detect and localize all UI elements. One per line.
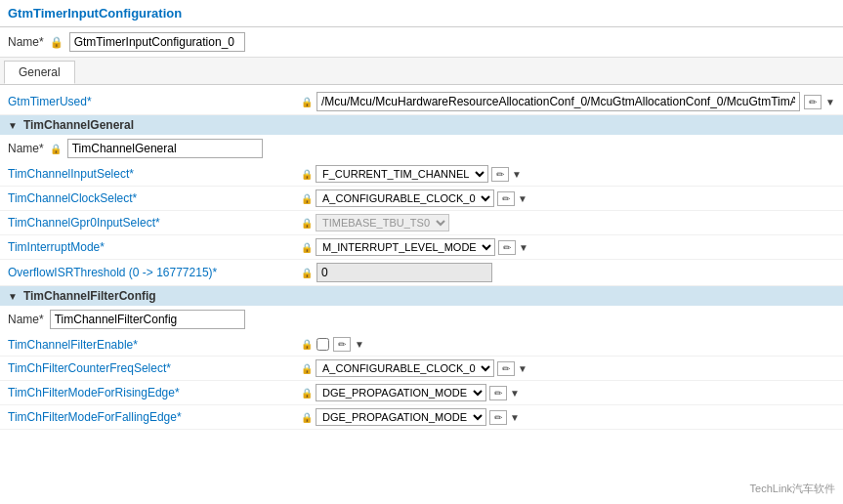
- field-row-timchannelinputselect: TimChannelInputSelect* 🔒 F_CURRENT_TIM_C…: [0, 162, 843, 187]
- select-timchannelinputselect[interactable]: F_CURRENT_TIM_CHANNEL: [316, 165, 488, 183]
- select-timchfiltermodeforfallingedge[interactable]: DGE_PROPAGATION_MODE: [316, 408, 486, 426]
- page-title: GtmTimerInputConfiguration: [8, 6, 182, 21]
- dropdown-timchannelinputselect[interactable]: ▼: [512, 169, 522, 180]
- section-header-timchannelfilterconfig[interactable]: ▼ TimChannelFilterConfig: [0, 286, 843, 306]
- section-arrow-timchannelgeneral: ▼: [8, 120, 18, 131]
- field-row-timchannelfilterenable: TimChannelFilterEnable* 🔒 ✏ ▼: [0, 333, 843, 357]
- lock-icon-5: 🔒: [301, 193, 313, 204]
- dropdown-timinterruptmode[interactable]: ▼: [519, 242, 528, 253]
- field-value-timchfiltercounterfreqselect: 🔒 A_CONFIGURABLE_CLOCK_0 ✏ ▼: [301, 359, 835, 377]
- field-label-timchannelgpr0inputselect: TimChannelGpr0InputSelect*: [8, 216, 301, 230]
- dropdown-timchannelclockselect[interactable]: ▼: [518, 193, 527, 204]
- lock-icon-7: 🔒: [301, 242, 313, 253]
- checkbox-timchannelfilterenable[interactable]: [316, 338, 329, 351]
- content-area: GtmTimerUsed* 🔒 ✏ ▼ ▼ TimChannelGeneral …: [0, 85, 843, 434]
- section-name-input-timchannelgeneral[interactable]: [67, 139, 263, 158]
- lock-icon: 🔒: [50, 36, 63, 49]
- gtm-timer-used-row: GtmTimerUsed* 🔒 ✏ ▼: [0, 89, 843, 115]
- lock-icon-4: 🔒: [301, 169, 313, 180]
- field-row-timchfiltercounterfreqselect: TimChFilterCounterFreqSelect* 🔒 A_CONFIG…: [0, 357, 843, 381]
- lock-icon-10: 🔒: [301, 363, 313, 374]
- field-row-timchfiltermodeforrisingedge: TimChFilterModeForRisingEdge* 🔒 DGE_PROP…: [0, 381, 843, 405]
- select-timchfiltermodeforrisingedge[interactable]: DGE_PROPAGATION_MODE: [316, 384, 486, 401]
- field-value-timchannelfilterenable: 🔒 ✏ ▼: [301, 337, 835, 352]
- select-timchannelgpr0inputselect[interactable]: TIMEBASE_TBU_TS0: [316, 214, 449, 231]
- lock-icon-2: 🔒: [301, 97, 313, 107]
- field-value-timchannelgpr0inputselect: 🔒 TIMEBASE_TBU_TS0: [301, 214, 835, 231]
- edit-timchannelinputselect[interactable]: ✏: [491, 167, 509, 182]
- gtm-timer-used-value: 🔒 ✏ ▼: [301, 92, 835, 111]
- edit-timinterruptmode[interactable]: ✏: [498, 240, 516, 255]
- dropdown-timchfiltermodeforrisingedge[interactable]: ▼: [510, 388, 520, 399]
- field-value-timchfiltermodeforrisingedge: 🔒 DGE_PROPAGATION_MODE ✏ ▼: [301, 384, 835, 401]
- field-label-timchannelinputselect: TimChannelInputSelect*: [8, 167, 301, 181]
- field-value-timinterruptmode: 🔒 M_INTERRUPT_LEVEL_MODE ✏ ▼: [301, 238, 835, 256]
- gtm-timer-used-input[interactable]: [316, 92, 800, 111]
- dropdown-timchfiltermodeforfallingedge[interactable]: ▼: [510, 412, 520, 423]
- field-row-timinterruptmode: TimInterruptMode* 🔒 M_INTERRUPT_LEVEL_MO…: [0, 235, 843, 260]
- edit-timchannelfilterenable[interactable]: ✏: [333, 337, 351, 352]
- field-value-overflowisrthreshold: 🔒: [301, 263, 835, 282]
- top-name-label: Name*: [8, 35, 44, 49]
- field-value-timchannelinputselect: 🔒 F_CURRENT_TIM_CHANNEL ✏ ▼: [301, 165, 835, 183]
- select-timchannelclockselect[interactable]: A_CONFIGURABLE_CLOCK_0: [316, 189, 494, 207]
- edit-timchfiltermodeforrisingedge[interactable]: ✏: [489, 386, 507, 400]
- edit-timchfiltermodeforfallingedge[interactable]: ✏: [489, 410, 507, 425]
- field-label-timchfiltermodeforrisingedge: TimChFilterModeForRisingEdge*: [8, 386, 301, 399]
- section-name-row-timchannelgeneral: Name* 🔒: [0, 135, 843, 162]
- select-timchfiltercounterfreqselect[interactable]: A_CONFIGURABLE_CLOCK_0: [316, 359, 494, 377]
- field-label-timinterruptmode: TimInterruptMode*: [8, 240, 301, 254]
- field-row-overflowisrthreshold: OverflowISRThreshold (0 -> 16777215)* 🔒: [0, 260, 843, 286]
- field-row-timchfiltermodeforfallingedge: TimChFilterModeForFallingEdge* 🔒 DGE_PRO…: [0, 405, 843, 430]
- lock-icon-9: 🔒: [301, 339, 313, 350]
- edit-timchfiltercounterfreqselect[interactable]: ✏: [497, 361, 515, 376]
- section-title-timchannelfilterconfig: TimChannelFilterConfig: [23, 289, 156, 303]
- select-timinterruptmode[interactable]: M_INTERRUPT_LEVEL_MODE: [316, 238, 495, 256]
- lock-icon-3: 🔒: [50, 144, 62, 154]
- lock-icon-8: 🔒: [301, 268, 313, 278]
- page-title-bar: GtmTimerInputConfiguration: [0, 0, 843, 27]
- gtm-timer-used-dropdown[interactable]: ▼: [825, 97, 835, 107]
- input-overflowisrthreshold[interactable]: [316, 263, 492, 282]
- field-row-timchannelgpr0inputselect: TimChannelGpr0InputSelect* 🔒 TIMEBASE_TB…: [0, 211, 843, 235]
- field-label-timchannelfilterenable: TimChannelFilterEnable*: [8, 338, 301, 352]
- tab-general[interactable]: General: [4, 61, 75, 84]
- gtm-timer-used-label: GtmTimerUsed*: [8, 95, 301, 108]
- edit-timchannelclockselect[interactable]: ✏: [497, 191, 515, 206]
- dropdown-timchfiltercounterfreqselect[interactable]: ▼: [518, 363, 527, 374]
- section-name-label-timchannelgeneral: Name*: [8, 142, 44, 155]
- section-title-timchannelgeneral: TimChannelGeneral: [23, 118, 134, 132]
- section-arrow-timchannelfilterconfig: ▼: [8, 291, 18, 302]
- section-name-row-timchannelfilterconfig: Name*: [0, 306, 843, 333]
- field-label-timchfiltermodeforfallingedge: TimChFilterModeForFallingEdge*: [8, 410, 301, 424]
- lock-icon-11: 🔒: [301, 388, 313, 399]
- gtm-timer-used-edit-btn[interactable]: ✏: [804, 95, 822, 109]
- field-label-timchfiltercounterfreqselect: TimChFilterCounterFreqSelect*: [8, 361, 301, 375]
- field-value-timchfiltermodeforfallingedge: 🔒 DGE_PROPAGATION_MODE ✏ ▼: [301, 408, 835, 426]
- dropdown-timchannelfilterenable[interactable]: ▼: [355, 339, 364, 350]
- field-label-timchannelclockselect: TimChannelClockSelect*: [8, 191, 301, 205]
- field-value-timchannelclockselect: 🔒 A_CONFIGURABLE_CLOCK_0 ✏ ▼: [301, 189, 835, 207]
- top-name-row: Name* 🔒: [0, 27, 843, 58]
- lock-icon-6: 🔒: [301, 218, 313, 229]
- field-row-timchannelclockselect: TimChannelClockSelect* 🔒 A_CONFIGURABLE_…: [0, 187, 843, 211]
- top-name-input[interactable]: [69, 32, 245, 52]
- section-name-label-timchannelfilterconfig: Name*: [8, 313, 44, 326]
- section-name-input-timchannelfilterconfig[interactable]: [50, 310, 245, 329]
- field-label-overflowisrthreshold: OverflowISRThreshold (0 -> 16777215)*: [8, 266, 301, 279]
- section-header-timchannelgeneral[interactable]: ▼ TimChannelGeneral: [0, 115, 843, 135]
- lock-icon-12: 🔒: [301, 412, 313, 423]
- tab-bar: General: [0, 58, 843, 85]
